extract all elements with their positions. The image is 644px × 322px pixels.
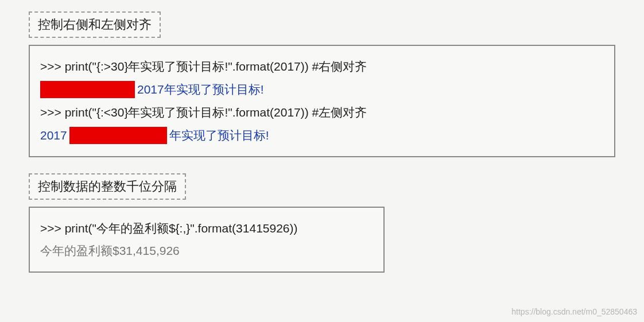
output-text-2-head: 2017	[40, 124, 67, 147]
code-box-1: >>> print("{:>30}年实现了预计目标!".format(2017)…	[29, 45, 615, 157]
output-line-1: 2017年实现了预计目标!	[40, 78, 604, 101]
output-line-3: 今年的盈利额$31,415,926	[40, 239, 373, 262]
section-1: 控制右侧和左侧对齐 >>> print("{:>30}年实现了预计目标!".fo…	[29, 11, 615, 157]
code-line-3: >>> print("今年的盈利额${:,}".format(31415926)…	[40, 217, 373, 240]
redaction-block-1	[40, 81, 135, 98]
watermark: https://blog.csdn.net/m0_52850463	[511, 307, 637, 316]
output-line-2: 2017 年实现了预计目标!	[40, 124, 604, 147]
section-2-title: 控制数据的整数千位分隔	[29, 173, 186, 200]
section-1-title: 控制右侧和左侧对齐	[29, 11, 161, 38]
code-line-2: >>> print("{:<30}年实现了预计目标!".format(2017)…	[40, 101, 604, 124]
code-line-1: >>> print("{:>30}年实现了预计目标!".format(2017)…	[40, 55, 604, 78]
redaction-block-2	[69, 127, 167, 144]
code-box-2: >>> print("今年的盈利额${:,}".format(31415926)…	[29, 207, 385, 273]
output-text-1: 2017年实现了预计目标!	[137, 78, 264, 101]
output-text-2-tail: 年实现了预计目标!	[169, 124, 269, 147]
section-2: 控制数据的整数千位分隔 >>> print("今年的盈利额${:,}".form…	[29, 173, 615, 273]
